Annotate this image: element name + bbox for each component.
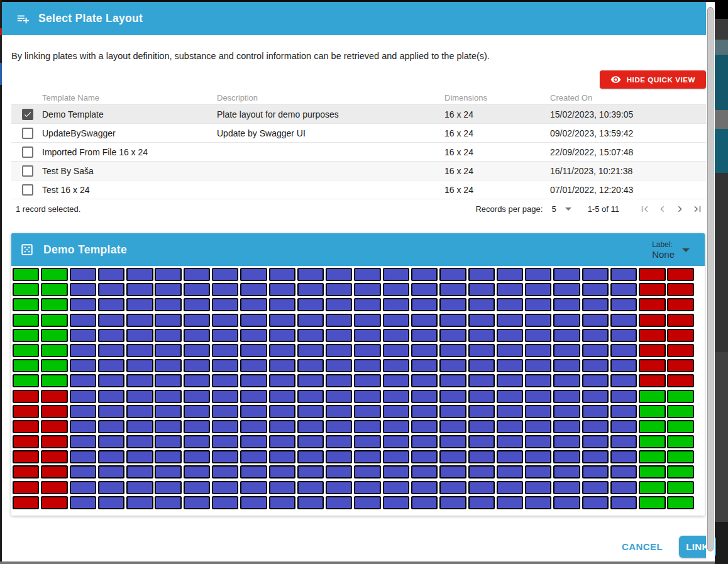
plate-well[interactable] xyxy=(553,435,580,448)
plate-well[interactable] xyxy=(468,450,495,463)
plate-well[interactable] xyxy=(240,450,267,463)
plate-well[interactable] xyxy=(439,298,466,311)
plate-well[interactable] xyxy=(326,420,352,433)
plate-well[interactable] xyxy=(639,283,665,296)
plate-well[interactable] xyxy=(383,420,409,433)
plate-well[interactable] xyxy=(497,359,523,372)
plate-well[interactable] xyxy=(525,390,551,403)
plate-well[interactable] xyxy=(41,344,67,357)
plate-well[interactable] xyxy=(639,435,665,448)
plate-well[interactable] xyxy=(70,314,96,327)
plate-well[interactable] xyxy=(411,283,438,296)
plate-well[interactable] xyxy=(184,329,210,342)
plate-well[interactable] xyxy=(240,390,267,403)
plate-well[interactable] xyxy=(582,496,609,509)
plate-well[interactable] xyxy=(525,435,551,448)
plate-well[interactable] xyxy=(297,420,324,433)
hide-quick-view-button[interactable]: HIDE QUICK VIEW xyxy=(600,70,706,89)
plate-well[interactable] xyxy=(497,405,523,418)
plate-well[interactable] xyxy=(326,374,352,387)
plate-well[interactable] xyxy=(439,374,466,387)
plate-well[interactable] xyxy=(41,465,67,478)
plate-well[interactable] xyxy=(667,390,693,403)
plate-well[interactable] xyxy=(525,298,551,311)
plate-well[interactable] xyxy=(155,268,181,281)
plate-well[interactable] xyxy=(98,329,124,342)
table-row[interactable]: Test 16 x 2416 x 2407/01/2022, 12:20:43 xyxy=(11,180,706,199)
plate-well[interactable] xyxy=(497,314,523,327)
plate-well[interactable] xyxy=(155,496,181,509)
plate-well[interactable] xyxy=(610,298,637,311)
plate-well[interactable] xyxy=(439,314,466,327)
plate-well[interactable] xyxy=(41,359,67,372)
plate-well[interactable] xyxy=(525,481,551,494)
plate-well[interactable] xyxy=(297,359,324,372)
plate-well[interactable] xyxy=(582,465,609,478)
plate-well[interactable] xyxy=(155,314,181,327)
plate-well[interactable] xyxy=(439,329,466,342)
plate-well[interactable] xyxy=(70,344,96,357)
plate-well[interactable] xyxy=(126,268,153,281)
plate-well[interactable] xyxy=(553,283,580,296)
plate-well[interactable] xyxy=(553,405,580,418)
plate-well[interactable] xyxy=(212,329,238,342)
first-page-button[interactable] xyxy=(636,201,653,216)
plate-well[interactable] xyxy=(411,435,438,448)
plate-well[interactable] xyxy=(553,390,580,403)
plate-well[interactable] xyxy=(212,359,238,372)
plate-well[interactable] xyxy=(354,374,380,387)
plate-well[interactable] xyxy=(126,283,153,296)
plate-well[interactable] xyxy=(269,268,295,281)
plate-well[interactable] xyxy=(155,450,181,463)
plate-well[interactable] xyxy=(468,283,495,296)
plate-well[interactable] xyxy=(184,390,210,403)
plate-well[interactable] xyxy=(525,344,551,357)
plate-well[interactable] xyxy=(582,435,609,448)
plate-well[interactable] xyxy=(639,298,665,311)
plate-well[interactable] xyxy=(553,344,580,357)
plate-well[interactable] xyxy=(212,420,238,433)
plate-well[interactable] xyxy=(497,283,523,296)
plate-well[interactable] xyxy=(155,481,181,494)
plate-well[interactable] xyxy=(383,390,409,403)
plate-well[interactable] xyxy=(269,405,295,418)
plate-well[interactable] xyxy=(326,344,352,357)
plate-well[interactable] xyxy=(212,481,238,494)
plate-well[interactable] xyxy=(155,374,181,387)
plate-well[interactable] xyxy=(155,405,181,418)
plate-well[interactable] xyxy=(326,390,352,403)
plate-well[interactable] xyxy=(98,268,124,281)
plate-well[interactable] xyxy=(383,374,409,387)
plate-well[interactable] xyxy=(41,329,67,342)
plate-well[interactable] xyxy=(126,359,153,372)
plate-well[interactable] xyxy=(297,374,324,387)
plate-well[interactable] xyxy=(41,435,67,448)
plate-well[interactable] xyxy=(70,268,96,281)
plate-well[interactable] xyxy=(411,450,438,463)
plate-well[interactable] xyxy=(126,481,153,494)
plate-well[interactable] xyxy=(582,344,609,357)
plate-well[interactable] xyxy=(98,435,124,448)
plate-well[interactable] xyxy=(667,298,693,311)
plate-well[interactable] xyxy=(155,283,181,296)
plate-well[interactable] xyxy=(468,496,495,509)
plate-well[interactable] xyxy=(212,390,238,403)
plate-well[interactable] xyxy=(553,329,580,342)
plate-well[interactable] xyxy=(610,268,637,281)
plate-well[interactable] xyxy=(70,405,96,418)
plate-well[interactable] xyxy=(383,435,409,448)
plate-well[interactable] xyxy=(297,465,324,478)
plate-well[interactable] xyxy=(525,420,551,433)
plate-well[interactable] xyxy=(582,405,609,418)
plate-well[interactable] xyxy=(155,329,181,342)
plate-well[interactable] xyxy=(98,344,124,357)
plate-well[interactable] xyxy=(610,481,637,494)
plate-well[interactable] xyxy=(212,298,238,311)
plate-well[interactable] xyxy=(126,465,153,478)
plate-well[interactable] xyxy=(553,374,580,387)
plate-well[interactable] xyxy=(326,450,352,463)
plate-well[interactable] xyxy=(610,344,637,357)
plate-well[interactable] xyxy=(354,435,380,448)
plate-well[interactable] xyxy=(354,359,380,372)
plate-well[interactable] xyxy=(468,390,495,403)
